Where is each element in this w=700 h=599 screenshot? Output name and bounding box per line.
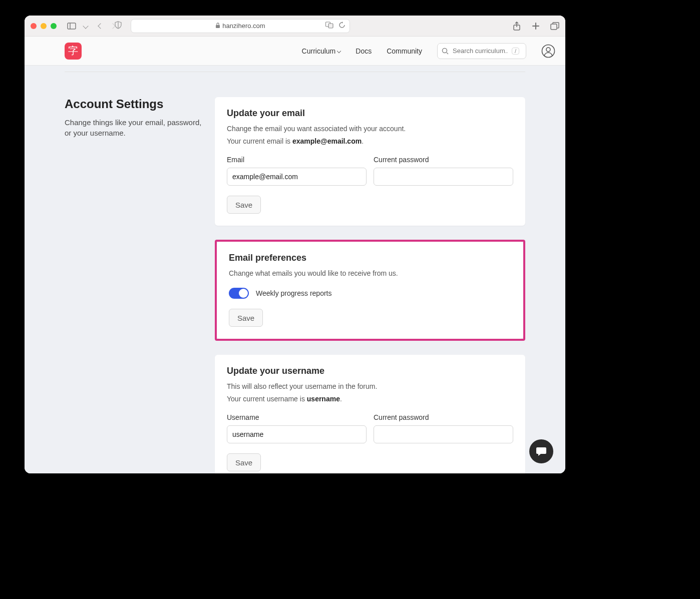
site-header: 字 Curriculum Docs Community / (25, 37, 565, 66)
browser-chrome: hanzihero.com (25, 16, 565, 37)
address-bar[interactable]: hanzihero.com (131, 19, 350, 33)
search-kbd-hint: / (512, 48, 519, 55)
svg-rect-0 (68, 23, 76, 29)
chevron-down-icon (337, 49, 341, 53)
svg-point-13 (546, 48, 550, 52)
current-password-label: Current password (374, 156, 513, 164)
email-preferences-card: Email preferences Change what emails you… (217, 242, 523, 339)
avatar-icon (541, 44, 555, 58)
share-icon[interactable] (512, 22, 521, 31)
search-icon (442, 48, 449, 55)
chevron-down-icon[interactable] (83, 23, 88, 29)
window-controls (31, 23, 57, 29)
account-menu[interactable] (541, 44, 555, 58)
page-subtitle: Change things like your email, password,… (65, 117, 205, 138)
save-preferences-button[interactable]: Save (229, 309, 263, 327)
nav-docs[interactable]: Docs (356, 47, 372, 55)
search-box[interactable]: / (437, 43, 526, 59)
card-title: Update your email (227, 108, 513, 119)
card-desc: Change what emails you would like to rec… (229, 268, 511, 279)
current-password-label: Current password (374, 413, 513, 421)
svg-rect-5 (328, 24, 333, 28)
settings-sidebar: Account Settings Change things like your… (65, 97, 215, 473)
card-desc: This will also reflect your username in … (227, 381, 513, 392)
back-button[interactable] (98, 23, 103, 29)
shield-icon[interactable] (114, 21, 122, 31)
update-username-card: Update your username This will also refl… (215, 355, 525, 473)
email-label: Email (227, 156, 367, 164)
lock-icon (215, 23, 220, 30)
reload-icon[interactable] (338, 22, 345, 30)
svg-point-12 (542, 45, 555, 57)
username-input[interactable] (227, 425, 367, 443)
browser-window: hanzihero.com 字 (25, 16, 565, 473)
search-input[interactable] (453, 47, 508, 55)
new-tab-icon[interactable] (531, 22, 540, 31)
card-title: Update your username (227, 366, 513, 376)
page-title: Account Settings (65, 97, 205, 111)
email-input[interactable] (227, 168, 367, 186)
current-username-line: Your current username is username. (227, 394, 513, 404)
username-label: Username (227, 413, 367, 421)
current-password-input[interactable] (374, 425, 513, 443)
page-content: Account Settings Change things like your… (25, 66, 565, 473)
maximize-window-button[interactable] (51, 23, 57, 29)
site-logo[interactable]: 字 (65, 43, 82, 60)
translate-icon[interactable] (325, 22, 333, 30)
card-desc: Change the email you want associated wit… (227, 124, 513, 134)
sidebar-toggle-icon[interactable] (66, 20, 78, 32)
chat-fab[interactable] (529, 439, 553, 463)
address-bar-host: hanzihero.com (222, 22, 265, 30)
tabs-icon[interactable] (550, 22, 559, 31)
current-password-input[interactable] (374, 168, 513, 186)
svg-rect-3 (216, 25, 220, 28)
save-email-button[interactable]: Save (227, 196, 261, 214)
nav-curriculum[interactable]: Curriculum (302, 47, 341, 55)
svg-rect-9 (551, 24, 557, 30)
minimize-window-button[interactable] (41, 23, 47, 29)
close-window-button[interactable] (31, 23, 37, 29)
weekly-reports-toggle[interactable] (229, 288, 249, 299)
svg-point-10 (443, 48, 447, 53)
update-email-card: Update your email Change the email you w… (215, 97, 525, 226)
email-preferences-highlight: Email preferences Change what emails you… (215, 240, 525, 341)
nav-curriculum-label: Curriculum (302, 47, 336, 55)
weekly-reports-label: Weekly progress reports (256, 289, 331, 297)
current-email-line: Your current email is example@email.com. (227, 136, 513, 147)
card-title: Email preferences (229, 253, 511, 263)
nav-community[interactable]: Community (387, 47, 422, 55)
chat-icon (536, 446, 547, 456)
svg-line-11 (447, 53, 448, 54)
save-username-button[interactable]: Save (227, 453, 261, 471)
